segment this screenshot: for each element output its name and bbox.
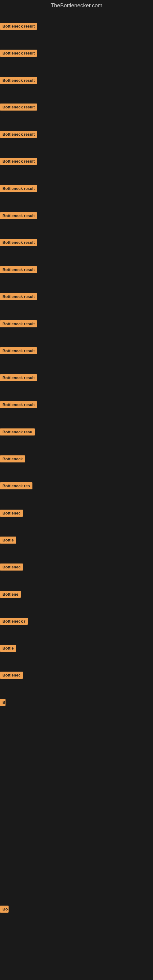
bottleneck-badge[interactable]: Bottlenec — [0, 671, 23, 679]
bottleneck-result-item: Bottleneck result — [0, 77, 37, 85]
bottleneck-result-item: Bottleneck result — [0, 320, 37, 329]
bottleneck-result-item: Bo — [0, 905, 9, 914]
bottleneck-badge[interactable]: Bottlenec — [0, 563, 23, 571]
bottleneck-badge[interactable]: Bottlene — [0, 591, 21, 598]
bottleneck-result-item: Bottleneck result — [0, 347, 37, 356]
bottleneck-result-item: Bottleneck result — [0, 49, 37, 58]
bottleneck-badge[interactable]: Bottleneck resu — [0, 428, 35, 436]
bottleneck-badge[interactable]: Bottleneck result — [0, 23, 37, 30]
bottleneck-badge[interactable]: Bottlenec — [0, 510, 23, 517]
bottleneck-badge[interactable]: Bottleneck r — [0, 618, 28, 625]
bottleneck-result-item: Bottleneck result — [0, 293, 37, 301]
bottleneck-badge[interactable]: Bottle — [0, 536, 16, 544]
bottleneck-result-item: Bottlenec — [0, 671, 23, 680]
bottleneck-badge[interactable]: Bottleneck result — [0, 49, 37, 57]
bottleneck-badge[interactable]: Bottleneck result — [0, 239, 37, 246]
bottleneck-badge[interactable]: Bottleneck result — [0, 212, 37, 219]
bottleneck-badge[interactable]: Bottleneck result — [0, 293, 37, 300]
bottleneck-badge[interactable]: Bottleneck result — [0, 266, 37, 273]
bottleneck-result-item: Bottle — [0, 645, 16, 653]
bottleneck-result-item: Bottleneck result — [0, 23, 37, 31]
bottleneck-result-item: Bottle — [0, 536, 16, 545]
bottleneck-result-item: Bottleneck resu — [0, 428, 35, 437]
bottleneck-badge[interactable]: Bottleneck result — [0, 103, 37, 111]
bottleneck-result-item: Bottleneck result — [0, 401, 37, 409]
site-title: TheBottlenecker.com — [0, 0, 153, 11]
bottleneck-badge[interactable]: B — [0, 699, 5, 706]
bottleneck-badge[interactable]: Bottleneck result — [0, 77, 37, 84]
bottleneck-result-item: Bottleneck result — [0, 239, 37, 247]
bottleneck-badge[interactable]: Bottleneck result — [0, 320, 37, 328]
bottleneck-result-item: Bottleneck result — [0, 103, 37, 112]
bottleneck-result-item: Bottleneck result — [0, 266, 37, 274]
bottleneck-badge[interactable]: Bottleneck result — [0, 401, 37, 408]
bottleneck-badge[interactable]: Bottleneck result — [0, 158, 37, 165]
bottleneck-badge[interactable]: Bottleneck result — [0, 131, 37, 138]
bottleneck-result-item: B — [0, 699, 5, 707]
bottleneck-result-item: Bottlene — [0, 591, 21, 599]
bottleneck-badge[interactable]: Bottleneck result — [0, 185, 37, 192]
bottleneck-badge[interactable]: Bottle — [0, 645, 16, 652]
bottleneck-result-item: Bottleneck — [0, 455, 25, 464]
bottleneck-result-item: Bottleneck result — [0, 374, 37, 382]
bottleneck-result-item: Bottlenec — [0, 510, 23, 518]
bottleneck-result-item: Bottleneck result — [0, 131, 37, 139]
bottleneck-result-item: Bottleneck result — [0, 158, 37, 166]
bottleneck-result-item: Bottleneck r — [0, 618, 28, 626]
bottleneck-result-item: Bottleneck result — [0, 185, 37, 193]
bottleneck-badge[interactable]: Bo — [0, 905, 9, 913]
bottleneck-result-item: Bottleneck result — [0, 212, 37, 221]
bottleneck-badge[interactable]: Bottleneck res — [0, 482, 32, 489]
bottleneck-result-item: Bottlenec — [0, 563, 23, 572]
bottleneck-result-item: Bottleneck res — [0, 482, 32, 491]
bottleneck-badge[interactable]: Bottleneck result — [0, 347, 37, 354]
bottleneck-badge[interactable]: Bottleneck result — [0, 374, 37, 381]
bottleneck-badge[interactable]: Bottleneck — [0, 455, 25, 463]
